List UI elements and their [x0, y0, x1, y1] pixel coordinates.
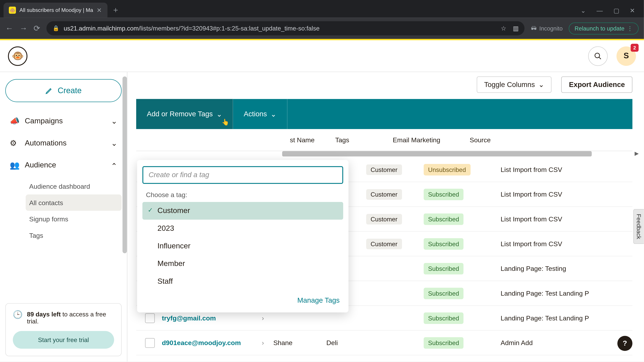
search-icon: [594, 52, 602, 60]
actions-label: Actions: [244, 110, 267, 118]
tag-search-input[interactable]: [142, 166, 343, 184]
chevron-right-icon[interactable]: ›: [262, 314, 273, 322]
chevron-right-icon[interactable]: ›: [262, 339, 273, 347]
col-tags[interactable]: Tags: [335, 136, 393, 144]
table-header: First Name Tags Email Marketing Source: [136, 129, 632, 151]
help-button[interactable]: ?: [617, 336, 632, 351]
address-bar[interactable]: 🔒 us21.admin.mailchimp.com/lists/members…: [46, 21, 525, 35]
relaunch-button[interactable]: Relaunch to update ⋮: [569, 22, 639, 34]
col-source[interactable]: Source: [470, 136, 540, 144]
audience-subnav: Audience dashboard All contacts Signup f…: [5, 178, 122, 244]
browser-toolbar: ← → ⟳ 🔒 us21.admin.mailchimp.com/lists/m…: [0, 17, 644, 39]
subnav-all-contacts[interactable]: All contacts: [26, 194, 122, 211]
browser-tab[interactable]: 🐵 All subscribers of Moodjoy | Ma ✕: [4, 3, 107, 18]
sidebar-item-label: Audience: [25, 161, 56, 170]
status-badge: Subscribed: [424, 238, 464, 250]
row-tags: Customer: [366, 214, 424, 224]
subnav-signup-forms[interactable]: Signup forms: [26, 211, 122, 227]
subnav-audience-dashboard[interactable]: Audience dashboard: [26, 178, 122, 195]
audience-icon: 👥: [10, 160, 25, 170]
feedback-tab[interactable]: Feedback: [633, 209, 644, 244]
pencil-icon: [45, 87, 53, 94]
minimize-icon[interactable]: —: [596, 7, 603, 14]
tag-pill: Customer: [366, 189, 402, 199]
tag-option[interactable]: Member: [142, 255, 343, 273]
row-email[interactable]: d901eace@moodjoy.com: [162, 339, 262, 347]
tag-option[interactable]: 2023: [142, 220, 343, 237]
account-avatar[interactable]: S 2: [616, 46, 636, 66]
toggle-columns-label: Toggle Columns: [484, 81, 535, 88]
choose-tag-label: Choose a tag:: [146, 191, 340, 198]
trial-card: 🕒 89 days left to access a free trial. S…: [5, 303, 122, 356]
extensions-icon[interactable]: ▥: [513, 25, 518, 32]
table-horizontal-scrollbar[interactable]: ▶: [282, 151, 632, 157]
notification-badge: 2: [630, 43, 638, 51]
kebab-icon: ⋮: [627, 25, 633, 32]
row-email-marketing: Subscribed: [424, 312, 500, 324]
sidebar-item-audience[interactable]: 👥 Audience ⌄: [5, 156, 122, 175]
svg-point-0: [595, 53, 600, 58]
row-source: List Import from CSV: [500, 215, 632, 223]
actions-button[interactable]: Actions ⌄: [233, 99, 287, 129]
chevron-down-icon: ⌄: [111, 116, 117, 126]
sidebar: Create 📣 Campaigns ⌄ ⚙ Automations ⌄ 👥 A…: [0, 72, 127, 362]
add-remove-tags-button[interactable]: Add or Remove Tags ⌄ 👆: [136, 99, 233, 129]
accent-bar: [0, 39, 644, 40]
row-tags: Customer: [366, 164, 424, 175]
tag-pill: Customer: [366, 239, 402, 249]
sidebar-scrollbar[interactable]: [122, 72, 128, 362]
back-button[interactable]: ←: [5, 24, 13, 33]
col-first-name[interactable]: First Name: [282, 136, 335, 144]
bookmark-star-icon[interactable]: ☆: [501, 25, 506, 32]
relaunch-label: Relaunch to update: [574, 25, 624, 32]
status-badge: Subscribed: [424, 287, 464, 299]
scroll-right-icon[interactable]: ▶: [634, 150, 639, 157]
row-source: Landing Page: Test Landing P: [500, 314, 632, 322]
export-audience-button[interactable]: Export Audience: [562, 76, 632, 93]
url-host: us21.admin.mailchimp.com: [64, 25, 139, 32]
table-row: d901eace@moodjoy.com›ShaneDeliSubscribed…: [136, 331, 632, 355]
row-checkbox[interactable]: [145, 338, 155, 348]
row-email-marketing: Subscribed: [424, 189, 500, 200]
tag-option[interactable]: Influencer: [142, 237, 343, 255]
tab-close-icon[interactable]: ✕: [96, 7, 102, 14]
svg-line-1: [599, 57, 601, 59]
new-tab-button[interactable]: ＋: [107, 4, 124, 15]
sidebar-item-label: Automations: [25, 139, 66, 148]
chevron-down-icon: ⌄: [111, 139, 117, 148]
close-window-icon[interactable]: ✕: [630, 7, 635, 14]
toggle-columns-button[interactable]: Toggle Columns ⌄: [477, 76, 552, 93]
mailchimp-logo-icon[interactable]: 🐵: [8, 46, 27, 66]
col-email-marketing[interactable]: Email Marketing: [393, 136, 470, 144]
manage-tags-link[interactable]: Manage Tags: [297, 297, 340, 304]
row-email-marketing: Subscribed: [424, 287, 500, 299]
chevron-down-icon[interactable]: ⌄: [580, 7, 586, 14]
chevron-up-icon: ⌄: [111, 161, 117, 170]
row-source: Landing Page: Test Landing P: [500, 290, 632, 297]
browser-tab-strip: 🐵 All subscribers of Moodjoy | Ma ✕ ＋ ⌄ …: [0, 0, 644, 17]
row-email-marketing: Subscribed: [424, 238, 500, 250]
status-badge: Unsubscribed: [424, 164, 470, 175]
row-checkbox[interactable]: [145, 313, 155, 323]
row-last-name: Deli: [326, 339, 366, 347]
search-button[interactable]: [588, 46, 608, 66]
sidebar-item-automations[interactable]: ⚙ Automations ⌄: [5, 134, 122, 152]
maximize-icon[interactable]: ▢: [614, 7, 619, 14]
sidebar-item-campaigns[interactable]: 📣 Campaigns ⌄: [5, 112, 122, 130]
window-controls: ⌄ — ▢ ✕: [576, 7, 640, 17]
forward-button[interactable]: →: [20, 24, 27, 33]
chevron-down-icon: ⌄: [270, 110, 276, 118]
status-badge: Subscribed: [424, 337, 464, 349]
tag-option[interactable]: Staff: [142, 273, 343, 290]
start-trial-button[interactable]: Start your free trial: [13, 331, 114, 349]
create-button[interactable]: Create: [5, 79, 122, 102]
row-email[interactable]: tryfg@gmail.com: [162, 314, 262, 322]
app-header: 🐵 S 2: [0, 40, 644, 72]
subnav-tags[interactable]: Tags: [26, 227, 122, 244]
reload-button[interactable]: ⟳: [34, 23, 40, 33]
row-source: List Import from CSV: [500, 191, 632, 198]
cursor-pointer-icon: 👆: [222, 118, 229, 125]
lock-icon: 🔒: [53, 25, 59, 31]
tag-option[interactable]: Customer: [142, 202, 343, 220]
contacts-table: Choose a tag: Customer2023InfluencerMemb…: [136, 129, 632, 355]
